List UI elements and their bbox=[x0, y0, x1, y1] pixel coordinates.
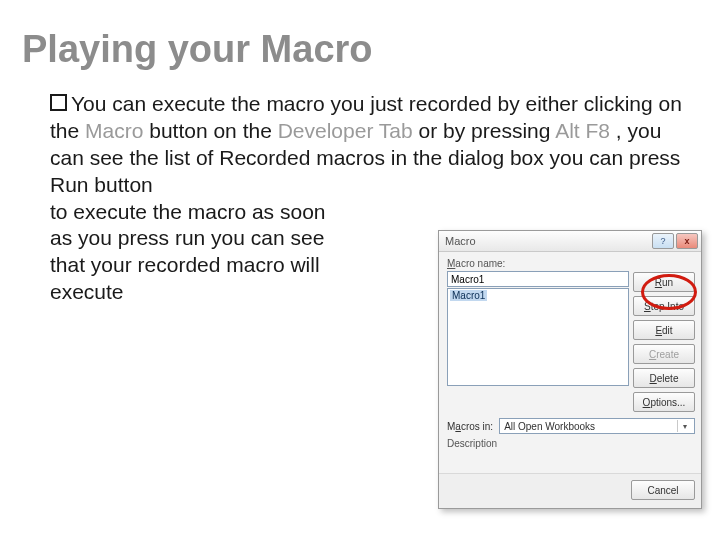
macro-name-input[interactable] bbox=[447, 271, 629, 287]
run-button[interactable]: Run bbox=[633, 272, 695, 292]
cancel-button[interactable]: Cancel bbox=[631, 480, 695, 500]
close-icon[interactable]: x bbox=[676, 233, 698, 249]
edit-button[interactable]: Edit bbox=[633, 320, 695, 340]
macro-list[interactable]: Macro1 bbox=[447, 288, 629, 386]
chevron-down-icon: ▾ bbox=[677, 420, 692, 432]
body-line-5: to execute the macro as soon bbox=[50, 200, 326, 223]
help-icon[interactable]: ? bbox=[652, 233, 674, 249]
macro-list-item[interactable]: Macro1 bbox=[450, 290, 487, 301]
body-line-6: as you press run you can see bbox=[50, 226, 324, 249]
macros-in-value: All Open Workbooks bbox=[504, 421, 595, 432]
macro-word: Macro bbox=[85, 119, 143, 142]
macros-in-select[interactable]: All Open Workbooks ▾ bbox=[499, 418, 695, 434]
dialog-titlebar: Macro ? x bbox=[439, 231, 701, 252]
body-line-8: execute bbox=[50, 280, 124, 303]
slide-title: Playing your Macro bbox=[22, 28, 690, 71]
macro-name-label: MMacro name:acro name: bbox=[447, 258, 629, 269]
delete-button[interactable]: Delete bbox=[633, 368, 695, 388]
create-button[interactable]: Create bbox=[633, 344, 695, 364]
developer-tab-word: Developer Tab bbox=[278, 119, 413, 142]
options-button[interactable]: Options... bbox=[633, 392, 695, 412]
macros-in-label: Macros in: bbox=[447, 421, 493, 432]
description-label: Description bbox=[447, 438, 695, 449]
step-into-button[interactable]: Step Into bbox=[633, 296, 695, 316]
body-text-2: button on the bbox=[143, 119, 277, 142]
alt-f8-word: Alt F8 bbox=[555, 119, 610, 142]
body-text-3: or by pressing bbox=[413, 119, 555, 142]
macro-dialog: Macro ? x MMacro name:acro name: Macro1 … bbox=[438, 230, 702, 509]
bullet-icon bbox=[50, 94, 67, 111]
dialog-title: Macro bbox=[445, 235, 476, 247]
body-line-7: that your recorded macro will bbox=[50, 253, 320, 276]
